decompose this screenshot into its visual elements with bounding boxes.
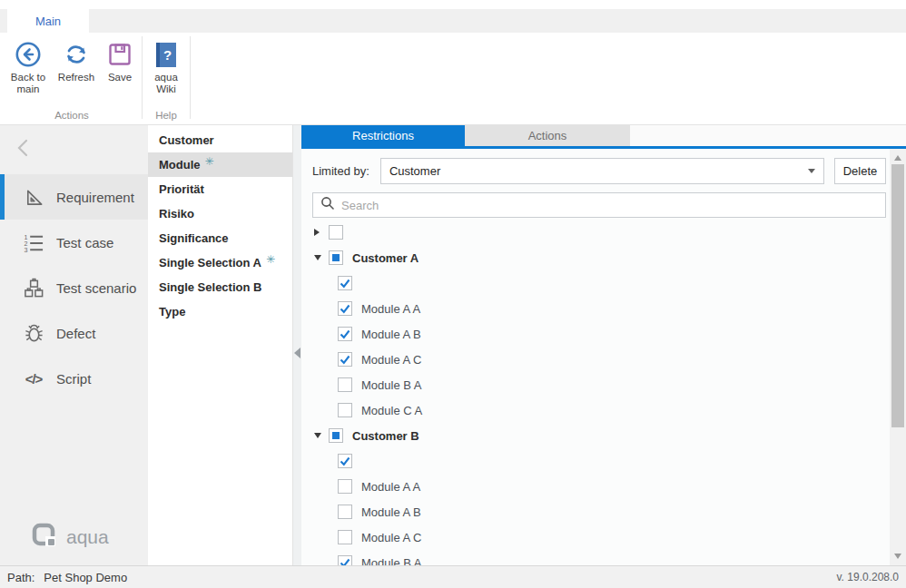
sidebar-item-label: Defect	[56, 326, 95, 341]
sidebar-collapse-chevron-icon[interactable]	[15, 138, 31, 158]
refresh-label: Refresh	[58, 72, 94, 83]
limited-by-combobox[interactable]: Customer	[380, 158, 824, 184]
checkbox-indeterminate[interactable]	[329, 428, 343, 443]
expander-expand-icon[interactable]	[314, 227, 329, 238]
refresh-arrows-icon	[63, 41, 90, 68]
checkbox-unchecked[interactable]	[338, 377, 352, 392]
checkbox-unchecked[interactable]	[338, 505, 352, 519]
field-item-single-selection-a[interactable]: Single Selection A✳	[148, 250, 292, 275]
tree-item-label: Module A B	[361, 505, 421, 519]
tree-item-label: Customer B	[352, 429, 419, 443]
tab-actions[interactable]: Actions	[465, 125, 630, 146]
path-label: Path:	[7, 571, 34, 584]
checkbox-checked[interactable]	[338, 327, 352, 341]
checkbox-unchecked[interactable]	[338, 530, 352, 544]
refresh-button[interactable]: Refresh	[53, 33, 100, 110]
tree-item-label: Module A C	[361, 353, 422, 367]
required-asterisk-icon: ✳	[205, 155, 214, 168]
set-square-icon	[24, 187, 44, 208]
restrictions-content: Limited by: Customer Delete Customer AMo…	[301, 149, 890, 565]
search-input[interactable]	[341, 199, 878, 212]
field-item-label: Customer	[159, 133, 214, 147]
back-to-main-label: Back to main	[11, 72, 45, 95]
aqua-logo: aqua	[31, 522, 109, 553]
expander-spacer	[323, 506, 338, 517]
expander-spacer	[323, 481, 338, 492]
field-item-priorit-t[interactable]: Priorität	[148, 177, 292, 201]
tree-item-module-b-a[interactable]: Module B A	[321, 550, 886, 565]
ribbon-tab-main[interactable]: Main	[7, 9, 89, 33]
save-button[interactable]: Save	[100, 33, 140, 110]
checkbox-indeterminate[interactable]	[329, 250, 343, 265]
tree-item-module-a-b[interactable]: Module A B	[321, 499, 886, 524]
expander-spacer	[323, 303, 338, 314]
splitter-collapse-icon[interactable]	[294, 348, 300, 358]
required-asterisk-icon: ✳	[266, 253, 275, 266]
path-value: Pet Shop Demo	[44, 571, 127, 584]
tree-item-module-a-c[interactable]: Module A C	[321, 347, 886, 372]
chevron-down-icon[interactable]	[808, 169, 815, 173]
tree-item-label: Module A A	[361, 480, 420, 494]
field-item-risiko[interactable]: Risiko	[148, 201, 292, 226]
tree-item-customer-b[interactable]: Customer B	[312, 423, 886, 448]
tree-item[interactable]	[321, 270, 886, 296]
back-to-main-button[interactable]: Back to main	[4, 33, 53, 110]
checkbox-unchecked[interactable]	[338, 403, 352, 417]
field-item-label: Type	[159, 305, 185, 318]
field-item-significance[interactable]: Significance	[148, 226, 292, 250]
tree-item[interactable]	[312, 220, 886, 245]
panel-splitter[interactable]	[293, 125, 301, 565]
field-item-type[interactable]: Type	[148, 299, 292, 324]
search-icon	[320, 196, 335, 211]
tree-item-label: Module A C	[361, 531, 422, 544]
checkbox-checked[interactable]	[338, 352, 352, 367]
vertical-scrollbar[interactable]	[890, 149, 906, 565]
sidebar-item-defect[interactable]: Defect	[0, 310, 148, 356]
sidebar-item-label: Requirement	[56, 190, 134, 205]
numbered-list-icon: 1 2 3	[24, 232, 44, 253]
checkbox-checked[interactable]	[338, 454, 352, 468]
tree-item-module-a-a[interactable]: Module A A	[321, 296, 886, 321]
sidebar-item-requirement[interactable]: Requirement	[0, 174, 148, 220]
field-item-label: Priorität	[159, 182, 204, 196]
expander-collapse-icon[interactable]	[314, 252, 329, 263]
ribbon-group-help: ? aqua Wiki Help	[144, 33, 188, 124]
checkbox-unchecked[interactable]	[329, 225, 343, 240]
limited-by-label: Limited by:	[312, 164, 369, 178]
expander-spacer	[323, 328, 338, 339]
sidebar-item-test-case[interactable]: 1 2 3 Test case	[0, 220, 148, 265]
field-item-single-selection-b[interactable]: Single Selection B	[148, 275, 292, 299]
checkbox-checked[interactable]	[338, 276, 352, 290]
sidebar-nav: Requirement 1 2 3 Test case Test scenari…	[0, 174, 148, 401]
aqua-wiki-button[interactable]: ? aqua Wiki	[144, 33, 188, 110]
expander-spacer	[323, 405, 338, 416]
tree-item-module-b-a[interactable]: Module B A	[321, 372, 886, 397]
tree-item[interactable]	[321, 448, 886, 474]
sidebar-item-test-scenario[interactable]: Test scenario	[0, 265, 148, 310]
tree-item-module-a-c[interactable]: Module A C	[321, 524, 886, 550]
limited-by-value: Customer	[389, 164, 808, 178]
ribbon-separator	[190, 36, 191, 119]
tree-item-customer-a[interactable]: Customer A	[312, 245, 886, 270]
aqua-logo-icon	[31, 522, 58, 549]
ribbon-group-label-help: Help	[144, 110, 188, 124]
scrollbar-thumb[interactable]	[891, 164, 904, 427]
field-item-module[interactable]: Module✳	[148, 152, 292, 177]
checkbox-unchecked[interactable]	[338, 479, 352, 494]
sidebar-item-label: Test case	[56, 235, 113, 250]
wiki-book-icon: ?	[156, 43, 176, 67]
checkbox-checked[interactable]	[338, 555, 352, 565]
tree-item-module-a-b[interactable]: Module A B	[321, 321, 886, 347]
sidebar-item-script[interactable]: </>Script	[0, 356, 148, 401]
checkbox-checked[interactable]	[338, 301, 352, 316]
field-item-customer[interactable]: Customer	[148, 128, 292, 152]
search-box[interactable]	[312, 192, 886, 218]
delete-button[interactable]: Delete	[834, 158, 886, 184]
tree-item-label: Module C A	[361, 404, 422, 417]
expander-collapse-icon[interactable]	[314, 430, 329, 441]
scroll-up-icon[interactable]	[894, 155, 901, 161]
tree-item-module-c-a[interactable]: Module C A	[321, 397, 886, 423]
scroll-down-icon[interactable]	[894, 554, 901, 559]
tree-item-module-a-a[interactable]: Module A A	[321, 474, 886, 499]
tab-restrictions[interactable]: Restrictions	[301, 125, 465, 146]
